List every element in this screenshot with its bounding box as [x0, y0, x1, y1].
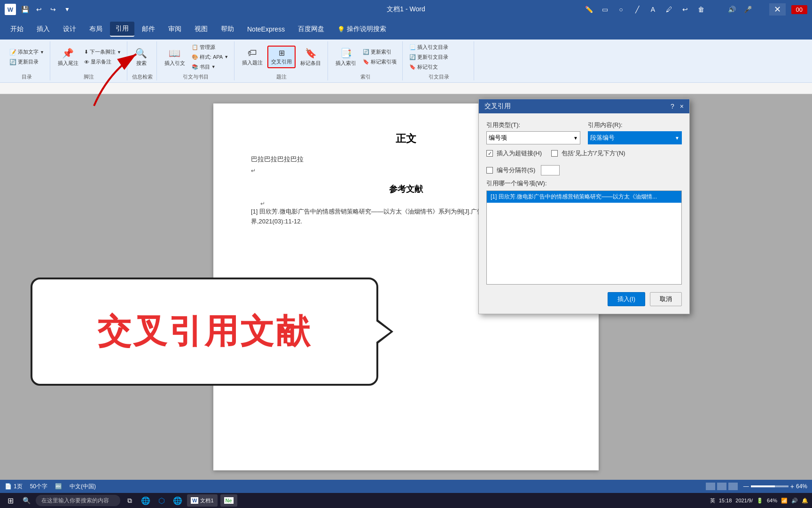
insert-btn[interactable]: 插入(I): [608, 292, 645, 306]
next-footnote-btn[interactable]: ⬇ 下一条脚注 ▼: [82, 48, 123, 56]
update-index-btn[interactable]: 🔄 更新索引: [361, 48, 398, 56]
undo-icon[interactable]: ↩: [34, 4, 44, 15]
menu-view[interactable]: 视图: [189, 22, 213, 36]
mark-index-btn[interactable]: 🔖 标记索引项: [361, 57, 398, 66]
ref-content-select[interactable]: 段落编号 ▼: [588, 131, 682, 144]
circle-icon[interactable]: ○: [616, 4, 626, 15]
word-taskbar-btn[interactable]: W 文档1: [187, 494, 218, 507]
search-btn-taskbar[interactable]: 🔍: [20, 494, 33, 507]
taskbar-keyboard[interactable]: 英: [710, 497, 715, 504]
insert-endnote-btn[interactable]: 📌 插入尾注: [55, 46, 81, 69]
toc-group-label: 目录: [8, 72, 46, 80]
dialog-close-btn[interactable]: ×: [680, 103, 684, 110]
noteexpress-taskbar-btn[interactable]: Ne: [220, 494, 237, 507]
authorities-group-label: 引文目录: [407, 72, 470, 80]
menu-noteexpress[interactable]: NoteExpress: [242, 23, 290, 36]
trash-icon[interactable]: 🗑: [696, 4, 706, 15]
insert-toa-btn[interactable]: 📃 插入引文目录: [407, 43, 450, 52]
ribbon-group-index: 📑 插入索引 🔄 更新索引 🔖 标记索引项 索引: [329, 41, 403, 80]
zoom-in-btn[interactable]: +: [790, 483, 794, 490]
include-label: 包括'见上方'/'见下方'(N): [562, 149, 625, 158]
taskview-btn[interactable]: ⧉: [123, 494, 136, 507]
ruler: [0, 83, 812, 94]
update-toa-btn[interactable]: 🔄 更新引文目录: [407, 53, 450, 62]
insert-caption-btn[interactable]: 🏷 插入题注: [239, 46, 265, 68]
mark-entry-btn[interactable]: 🔖 标记条目: [297, 46, 324, 69]
pen-icon[interactable]: ✏️: [584, 4, 594, 15]
citation-group-label: 引文与书目: [162, 72, 230, 80]
search-btn[interactable]: 🔍 搜索: [132, 46, 151, 69]
taskbar: ⊞ 🔍 在这里输入你要搜索的内容 ⧉ 🌐 ⬡ 🌐 W 文档1 Ne 英 15:1…: [0, 493, 812, 508]
page-icon: 📄: [5, 483, 12, 490]
quick-save-icon[interactable]: 💾: [20, 4, 30, 15]
style-select-btn[interactable]: 🎨 样式: APA ▼: [190, 53, 230, 62]
rect-icon[interactable]: ▭: [600, 4, 610, 15]
ref-items-list[interactable]: [1] 田欣芳.微电影广告中的情感营销策略研究——以方太《油烟情...: [486, 190, 682, 285]
read-view-btn[interactable]: [706, 483, 715, 490]
separator-checkbox[interactable]: [486, 167, 493, 174]
menu-home[interactable]: 开始: [5, 22, 29, 36]
add-text-btn[interactable]: 📝 添加文字 ▼: [8, 48, 46, 56]
hyperlink-checkbox[interactable]: [486, 150, 493, 157]
ref-content-label: 引用内容(R):: [588, 121, 682, 129]
search-group-label: 信息检索: [132, 72, 153, 80]
manage-sources-btn[interactable]: 📋 管理源: [190, 43, 230, 52]
cross-reference-btn[interactable]: ⊞ 交叉引用: [267, 46, 296, 68]
taskbar-notification[interactable]: 🔔: [802, 498, 808, 504]
menu-mailings[interactable]: 邮件: [136, 22, 161, 36]
hyperlink-checkbox-row: 插入为超链接(H): [486, 149, 542, 158]
cancel-btn[interactable]: 取消: [650, 292, 682, 306]
menu-review[interactable]: 审阅: [163, 22, 187, 36]
dialog-help-btn[interactable]: ?: [671, 103, 674, 110]
highlight-icon[interactable]: 🖊: [664, 4, 674, 15]
menu-search[interactable]: 💡 操作说明搜索: [332, 22, 392, 36]
taskbar-sound: 🔊: [791, 498, 798, 504]
dialog-title-bar: 交叉引用 ? ×: [479, 99, 689, 113]
menu-layout[interactable]: 布局: [84, 22, 108, 36]
menu-references[interactable]: 引用: [110, 22, 134, 37]
update-toc-btn[interactable]: 🔄 更新目录: [8, 57, 46, 66]
extra-btn[interactable]: 00: [791, 5, 807, 14]
list-item-0[interactable]: [1] 田欣芳.微电影广告中的情感营销策略研究——以方太《油烟情...: [487, 191, 681, 203]
zoom-slider[interactable]: [751, 485, 789, 487]
dialog-title: 交叉引用: [484, 102, 511, 111]
mark-citation-btn[interactable]: 🔖 标记引文: [407, 63, 450, 71]
zoom-level: 64%: [796, 483, 807, 490]
dialog-title-controls: ? ×: [671, 103, 684, 110]
menu-help[interactable]: 帮助: [215, 22, 240, 36]
undo2-icon[interactable]: ↩: [680, 4, 690, 15]
callout-arrow-inner: [376, 321, 390, 342]
mic-icon[interactable]: 🎤: [743, 4, 753, 15]
insert-citation-btn[interactable]: 📖 插入引文: [162, 46, 188, 69]
status-proofread: 🔤: [55, 483, 62, 490]
menu-insert[interactable]: 插入: [31, 22, 55, 36]
separator-label: 编号分隔符(S): [497, 166, 535, 175]
ref-type-select[interactable]: 编号项 ▼: [486, 131, 580, 144]
caption-group-label: 题注: [239, 72, 324, 80]
browser-btn[interactable]: 🌐: [139, 494, 152, 507]
taskbar-search[interactable]: 在这里输入你要搜索的内容: [36, 495, 120, 506]
edge-btn[interactable]: ⬡: [155, 494, 168, 507]
line-icon[interactable]: ╱: [632, 4, 642, 15]
print-view-btn[interactable]: [717, 483, 726, 490]
insert-index-btn[interactable]: 📑 插入索引: [333, 46, 359, 69]
show-notes-btn[interactable]: 👁 显示备注: [82, 57, 123, 66]
customize-icon[interactable]: ▼: [62, 4, 72, 15]
menu-design[interactable]: 设计: [57, 22, 82, 36]
taskbar-wifi: 📶: [781, 498, 788, 504]
bibliography-btn[interactable]: 📚 书目 ▼: [190, 63, 230, 71]
close-btn[interactable]: ✕: [769, 3, 786, 16]
list-label: 引用哪一个编号项(W):: [486, 179, 682, 188]
network-btn[interactable]: 🌐: [171, 494, 184, 507]
include-checkbox[interactable]: [551, 150, 558, 157]
web-view-btn[interactable]: [728, 483, 738, 490]
taskbar-battery: 🔋: [757, 498, 763, 504]
volume-icon[interactable]: 🔊: [727, 4, 737, 15]
redo-icon[interactable]: ↪: [48, 4, 58, 15]
menu-baidu[interactable]: 百度网盘: [292, 22, 330, 36]
text-icon[interactable]: A: [648, 4, 658, 15]
taskbar-time: 15:18: [719, 498, 732, 503]
separator-input[interactable]: [541, 165, 560, 175]
hyperlink-label: 插入为超链接(H): [497, 149, 542, 158]
start-btn[interactable]: ⊞: [4, 494, 17, 507]
